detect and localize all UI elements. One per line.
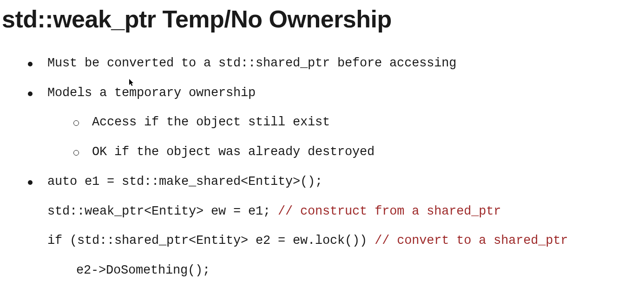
sub-bullet-text: Access if the object still exist xyxy=(92,115,330,129)
code-text: if (std::shared_ptr<Entity> e2 = ew.lock… xyxy=(47,234,375,248)
bullet-item-code: auto e1 = std::make_shared<Entity>(); st… xyxy=(25,174,644,279)
code-comment: // convert to a shared_ptr xyxy=(375,234,568,248)
sub-bullet-item: Access if the object still exist xyxy=(70,115,644,131)
slide-content: Must be converted to a std::shared_ptr b… xyxy=(0,56,644,279)
code-line: if (std::shared_ptr<Entity> e2 = ew.lock… xyxy=(47,233,644,249)
code-line: e2->DoSomething(); xyxy=(47,263,644,279)
sub-bullet-text: OK if the object was already destroyed xyxy=(92,145,375,159)
bullet-item: Models a temporary ownership Access if t… xyxy=(25,85,644,160)
code-line: auto e1 = std::make_shared<Entity>(); xyxy=(47,174,644,190)
bullet-list: Must be converted to a std::shared_ptr b… xyxy=(25,56,644,279)
slide-title: std::weak_ptr Temp/No Ownership xyxy=(0,0,644,33)
code-block: auto e1 = std::make_shared<Entity>(); st… xyxy=(47,174,644,279)
code-line: std::weak_ptr<Entity> ew = e1; // constr… xyxy=(47,204,644,220)
bullet-text: Models a temporary ownership xyxy=(47,86,256,100)
code-text: std::weak_ptr<Entity> ew = e1; xyxy=(47,204,278,218)
code-comment: // construct from a shared_ptr xyxy=(278,204,501,218)
bullet-item: Must be converted to a std::shared_ptr b… xyxy=(25,56,644,72)
sub-bullet-item: OK if the object was already destroyed xyxy=(70,144,644,160)
bullet-text: Must be converted to a std::shared_ptr b… xyxy=(47,56,456,70)
sub-bullet-list: Access if the object still exist OK if t… xyxy=(47,115,644,160)
slide: std::weak_ptr Temp/No Ownership Must be … xyxy=(0,0,644,281)
